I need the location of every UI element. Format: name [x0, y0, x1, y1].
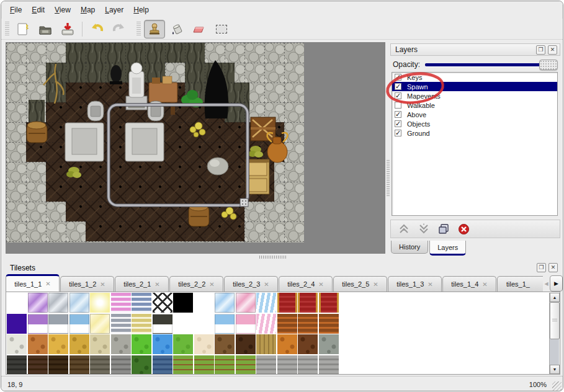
menu-item-edit[interactable]: Edit: [27, 4, 50, 16]
tile-2-2[interactable]: [48, 334, 68, 354]
tile-3-10[interactable]: [215, 355, 235, 375]
map-canvas[interactable]: [6, 42, 385, 254]
tile-3-13[interactable]: [277, 355, 297, 375]
tile-0-3[interactable]: [69, 293, 89, 313]
toolbar-grip[interactable]: [5, 22, 9, 37]
tile-0-13[interactable]: [277, 293, 297, 313]
tab-close-icon[interactable]: ✕: [209, 281, 214, 288]
layer-row-above[interactable]: ✓Above: [392, 110, 557, 119]
tile-2-13[interactable]: [277, 334, 297, 354]
layer-row-mapevents[interactable]: ✓Mapevents: [392, 91, 557, 100]
tile-0-2[interactable]: [48, 293, 68, 313]
tile-1-7[interactable]: [153, 314, 172, 334]
tile-2-5[interactable]: [111, 334, 131, 354]
scroll-up-icon[interactable]: ▲: [550, 293, 560, 302]
tab-close-icon[interactable]: ✕: [482, 281, 487, 288]
layer-row-objects[interactable]: ✓Objects: [392, 119, 557, 128]
tile-2-15[interactable]: [319, 334, 339, 354]
tile-0-6[interactable]: [132, 293, 151, 313]
move-layer-down-button[interactable]: [416, 222, 432, 236]
scrollbar-thumb[interactable]: [550, 302, 560, 339]
horizontal-splitter[interactable]: [1, 254, 563, 261]
tab-close-icon[interactable]: ✕: [373, 281, 378, 288]
tile-1-13[interactable]: [277, 314, 297, 334]
scroll-down-icon[interactable]: ▼: [550, 365, 560, 374]
scroll-tabs-left-icon[interactable]: ◀: [543, 275, 550, 292]
tab-close-icon[interactable]: ✕: [45, 280, 50, 287]
tile-0-11[interactable]: [236, 293, 256, 313]
tile-3-11[interactable]: [236, 355, 256, 375]
layer-row-ground[interactable]: ✓Ground: [392, 128, 557, 138]
duplicate-layer-button[interactable]: [436, 222, 452, 236]
new-file-button[interactable]: [12, 20, 34, 38]
tile-3-14[interactable]: [298, 355, 318, 375]
tile-2-1[interactable]: [28, 334, 48, 354]
delete-layer-button[interactable]: [455, 222, 472, 236]
tile-2-9[interactable]: [194, 334, 214, 354]
menu-item-help[interactable]: Help: [128, 4, 154, 16]
tile-1-5[interactable]: [111, 314, 131, 334]
tile-1-12[interactable]: [256, 314, 276, 334]
stamp-tool-button[interactable]: [144, 20, 165, 38]
tileset-tab-tiles_1[interactable]: tiles_1_: [497, 276, 543, 292]
tile-2-11[interactable]: [236, 334, 256, 354]
tile-0-1[interactable]: [28, 293, 48, 313]
tile-2-7[interactable]: [153, 334, 172, 354]
float-panel-icon[interactable]: ❐: [536, 45, 545, 55]
toolbar-grip-2[interactable]: [137, 22, 141, 37]
layer-visibility-checkbox[interactable]: ✓: [395, 74, 401, 81]
tile-3-3[interactable]: [69, 355, 89, 375]
tileset-grid[interactable]: [7, 293, 339, 375]
tile-3-0[interactable]: [7, 355, 27, 375]
open-file-button[interactable]: [35, 20, 56, 38]
tilesets-float-icon[interactable]: ❐: [537, 263, 546, 272]
tile-0-10[interactable]: [215, 293, 235, 313]
tile-3-1[interactable]: [28, 355, 48, 375]
tile-0-15[interactable]: [319, 293, 339, 313]
tileset-tab-tiles_2_5[interactable]: tiles_2_5✕: [333, 276, 387, 292]
tile-1-2[interactable]: [48, 314, 68, 334]
tileset-tab-tiles_1_1[interactable]: tiles_1_1✕: [6, 274, 60, 292]
tile-0-4[interactable]: [90, 293, 110, 313]
tileset-tab-tiles_1_3[interactable]: tiles_1_3✕: [388, 276, 442, 292]
tab-close-icon[interactable]: ✕: [427, 281, 432, 288]
tile-3-12[interactable]: [256, 355, 276, 375]
tile-3-5[interactable]: [111, 355, 131, 375]
layer-visibility-checkbox[interactable]: ✓: [395, 83, 401, 90]
tile-1-10[interactable]: [215, 314, 235, 334]
layer-visibility-checkbox[interactable]: ✓: [395, 92, 401, 99]
tile-3-2[interactable]: [48, 355, 68, 375]
tile-0-5[interactable]: [111, 293, 131, 313]
tile-0-12[interactable]: [256, 293, 276, 313]
tileset-tab-tiles_1_4[interactable]: tiles_1_4✕: [442, 276, 496, 292]
tile-1-3[interactable]: [69, 314, 89, 334]
tileset-tab-tiles_2_1[interactable]: tiles_2_1✕: [115, 276, 169, 292]
tile-2-0[interactable]: [7, 334, 27, 354]
fill-tool-button[interactable]: [166, 20, 187, 38]
menu-item-layer[interactable]: Layer: [100, 4, 128, 16]
tile-2-6[interactable]: [132, 334, 151, 354]
tileset-tab-tiles_2_4[interactable]: tiles_2_4✕: [279, 276, 333, 292]
tileset-tab-tiles_2_2[interactable]: tiles_2_2✕: [169, 276, 223, 292]
tile-1-4[interactable]: [90, 314, 110, 334]
tile-3-15[interactable]: [319, 355, 339, 375]
tile-1-0[interactable]: [7, 314, 27, 334]
layer-row-spawn[interactable]: ✓Spawn: [392, 82, 557, 91]
tile-1-6[interactable]: [132, 314, 151, 334]
close-panel-icon[interactable]: ✕: [548, 45, 557, 55]
undo-button[interactable]: [86, 20, 107, 38]
tab-close-icon[interactable]: ✕: [264, 281, 269, 288]
scroll-tabs-right-icon[interactable]: ▶: [550, 275, 563, 292]
tile-3-7[interactable]: [153, 355, 172, 375]
tab-close-icon[interactable]: ✕: [154, 281, 159, 288]
dock-tab-history[interactable]: History: [391, 241, 428, 254]
layer-row-keys[interactable]: ✓Keys: [392, 73, 557, 82]
tile-1-8[interactable]: [173, 314, 193, 334]
tileset-scrollbar[interactable]: ▲ ▼: [549, 293, 559, 374]
menu-item-file[interactable]: File: [5, 4, 27, 16]
layer-list[interactable]: ✓Keys✓Spawn✓MapeventsWalkable✓Above✓Obje…: [392, 72, 558, 216]
tile-3-6[interactable]: [132, 355, 151, 375]
move-layer-up-button[interactable]: [396, 222, 412, 236]
tile-0-9[interactable]: [194, 293, 214, 313]
tab-close-icon[interactable]: ✕: [318, 281, 323, 288]
